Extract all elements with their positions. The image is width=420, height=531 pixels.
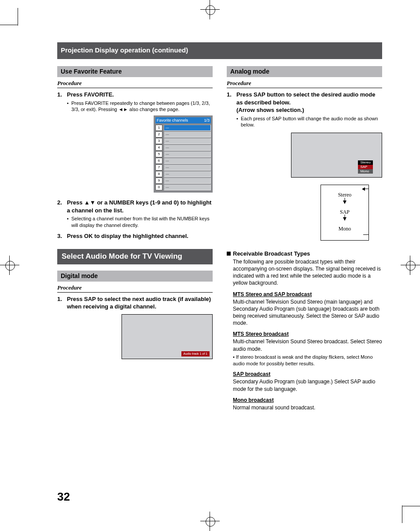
arrow-down-icon <box>325 217 364 223</box>
broadcast-item-text: Normal monaural sound broadcast. <box>233 404 382 411</box>
broadcast-item-text: Secondary Audio Program (sub language.) … <box>233 378 382 392</box>
procedure-label: Procedure <box>57 284 213 293</box>
audio-section-title: Select Audio Mode for TV Viewing <box>57 249 213 264</box>
step-1-title: Press FAVORITE. <box>67 91 114 98</box>
digital-osd: Audio track 1 of 1 <box>122 314 213 359</box>
broadcast-item-text: Multi-channel Television Sound Stereo (m… <box>233 298 382 327</box>
broadcast-intro: The following are possible broadcast typ… <box>233 258 382 287</box>
digital-step-1: Press SAP to select the next audio track… <box>67 296 211 310</box>
broadcast-item-title: MTS Stereo and SAP broadcast <box>233 291 382 297</box>
step-3-title: Press OK to display the highlighted chan… <box>67 233 188 239</box>
broadcast-item-text: Multi-channel Television Sound Stereo br… <box>233 338 382 367</box>
flow-mono: Mono <box>325 225 364 232</box>
broadcast-types-heading: Receivable Broadcast Types <box>227 250 382 257</box>
page-number: 32 <box>57 490 70 504</box>
favorite-heading: Use Favorite Feature <box>57 66 213 77</box>
osd-mode-stereo: Stereo <box>358 160 373 165</box>
digital-heading: Digital mode <box>57 271 213 282</box>
procedure-label: Procedure <box>227 80 382 88</box>
analog-heading: Analog mode <box>227 66 382 77</box>
arrow-down-icon <box>325 201 364 207</box>
broadcast-item-title: MTS Stereo broadcast <box>233 331 382 337</box>
broadcast-item-title: SAP broadcast <box>233 371 382 377</box>
favorite-channels-osd: Favorite channels 1/3 1--- 2--- 3--- 4--… <box>154 115 213 193</box>
analog-step-1-note: Each press of SAP button will change the… <box>236 115 382 129</box>
audio-track-badge: Audio track 1 of 1 <box>181 351 210 356</box>
osd-mode-mono: Mono <box>358 169 373 174</box>
osd-page: 1/3 <box>204 118 210 123</box>
analog-osd: Stereo SAP Mono <box>291 133 382 178</box>
step-2-title: Press ▲▼ or a NUMBER keys (1-9 and 0) to… <box>67 199 211 214</box>
broadcast-item-title: Mono broadcast <box>233 397 382 403</box>
step-2-note: Selecting a channel number from the list… <box>67 215 213 229</box>
osd-title: Favorite channels <box>157 118 188 123</box>
step-1-note: Press FAVORITE repeatedly to change betw… <box>67 100 213 113</box>
square-bullet-icon <box>227 252 231 256</box>
procedure-label: Procedure <box>57 80 213 88</box>
page-header: Projection Display operation (continued) <box>57 42 382 59</box>
osd-mode-sap: SAP <box>358 165 373 169</box>
mode-cycle-diagram: Stereo SAP Mono <box>321 185 369 241</box>
analog-step-1: Press SAP button to select the desired a… <box>236 91 375 113</box>
